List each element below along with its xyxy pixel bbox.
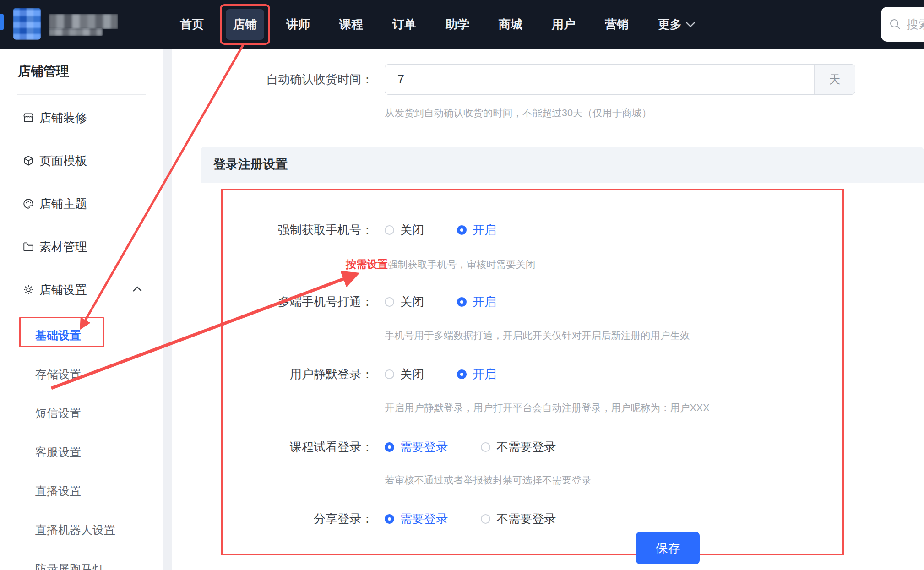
radio-option-label[interactable]: 开启 <box>473 222 496 238</box>
nav-item-4[interactable]: 课程 <box>332 9 370 40</box>
nav-item-2[interactable]: 店铺 <box>226 9 264 40</box>
setting-label-5: 分享登录： <box>174 511 373 527</box>
auto-confirm-time-label: 自动确认收货时间： <box>174 64 373 95</box>
sidebar-item-5[interactable]: 店铺设置 <box>0 268 163 311</box>
setting-label-3: 用户静默登录： <box>174 366 373 382</box>
nav-item-7[interactable]: 商城 <box>491 9 530 40</box>
main-navigation: 首页 店铺 讲师 课程 订单 助学 商城 用户 营销 更多 <box>173 9 703 40</box>
nav-item-label: 商城 <box>499 17 522 31</box>
radio-option-label[interactable]: 关闭 <box>400 294 424 310</box>
radio-unselected-icon[interactable] <box>481 442 490 452</box>
radio-option-2-1[interactable]: 关闭 <box>385 294 424 310</box>
radio-selected-icon[interactable] <box>457 225 467 235</box>
radio-option-1-1[interactable]: 关闭 <box>385 222 424 238</box>
setting-row-3: 用户静默登录：关闭开启 <box>174 363 496 385</box>
radio-option-4-2[interactable]: 不需要登录 <box>481 439 556 455</box>
sidebar-item-label: 店铺主题 <box>39 196 143 212</box>
radio-unselected-icon[interactable] <box>385 369 394 379</box>
nav-item-label: 订单 <box>392 17 416 31</box>
nav-item-label: 助学 <box>446 17 469 31</box>
radio-option-label[interactable]: 不需要登录 <box>496 439 556 455</box>
sidebar-subitem-6[interactable]: 直播机器人设置 <box>0 510 163 549</box>
radio-option-1-2[interactable]: 开启 <box>457 222 496 238</box>
sidebar-item-3[interactable]: 店铺主题 <box>0 182 163 225</box>
sidebar-subitem-1[interactable]: 基础设置 <box>0 316 163 355</box>
nav-item-9[interactable]: 营销 <box>598 9 636 40</box>
nav-item-8[interactable]: 用户 <box>544 9 583 40</box>
nav-item-label: 首页 <box>180 17 204 31</box>
helper-text: 手机号用于多端数据打通，开启此开关仅针对开启后新注册的用户生效 <box>385 330 690 341</box>
nav-item-6[interactable]: 助学 <box>438 9 477 40</box>
radio-dot <box>388 517 391 521</box>
radio-option-label[interactable]: 不需要登录 <box>496 511 556 527</box>
radio-group-2: 关闭开启 <box>385 294 496 310</box>
sidebar-subitem-5[interactable]: 直播设置 <box>0 472 163 510</box>
radio-group-4: 需要登录不需要登录 <box>385 439 556 455</box>
helper-text: 开启用户静默登录，用户打开平台会自动注册登录，用户昵称为：用户XXX <box>385 402 710 413</box>
radio-option-3-2[interactable]: 开启 <box>457 366 496 382</box>
nav-item-3[interactable]: 讲师 <box>279 9 317 40</box>
search-input[interactable]: 搜索 <box>881 7 924 42</box>
sidebar-item-2[interactable]: 页面模板 <box>0 139 163 182</box>
sidebar-subitem-3[interactable]: 短信设置 <box>0 394 163 433</box>
storefront-icon <box>22 112 34 124</box>
section-title: 登录注册设置 <box>213 147 924 183</box>
auto-confirm-time-input[interactable]: 7 天 <box>385 64 855 95</box>
nav-item-label: 营销 <box>605 17 629 31</box>
radio-option-label[interactable]: 开启 <box>473 294 496 310</box>
sidebar-title: 店铺管理 <box>18 63 163 80</box>
nav-item-5[interactable]: 订单 <box>385 9 424 40</box>
radio-option-4-1[interactable]: 需要登录 <box>385 439 448 455</box>
sidebar-menu: 店铺装修 页面模板 店铺主题 素材管理 店铺设置 <box>0 96 163 311</box>
nav-item-label: 课程 <box>339 17 363 31</box>
brand-subtext-blurred <box>49 28 103 36</box>
sidebar-subitem-4[interactable]: 客服设置 <box>0 433 163 472</box>
radio-unselected-icon[interactable] <box>385 297 394 307</box>
radio-option-label[interactable]: 关闭 <box>400 366 424 382</box>
theme-icon <box>22 198 34 210</box>
setting-helper-3: 开启用户静默登录，用户打开平台会自动注册登录，用户昵称为：用户XXX <box>385 400 710 416</box>
nav-item-1[interactable]: 首页 <box>173 9 211 40</box>
nav-item-more[interactable]: 更多 <box>651 9 703 40</box>
radio-dot <box>388 445 391 449</box>
radio-option-label[interactable]: 关闭 <box>400 222 424 238</box>
radio-selected-icon[interactable] <box>385 442 394 452</box>
helper-text: 强制获取手机号，审核时需要关闭 <box>388 259 536 270</box>
radio-option-2-2[interactable]: 开启 <box>457 294 496 310</box>
radio-option-label[interactable]: 需要登录 <box>400 439 448 455</box>
sidebar-item-label: 店铺装修 <box>39 110 143 126</box>
radio-option-label[interactable]: 开启 <box>473 366 496 382</box>
folder-icon <box>22 241 34 253</box>
template-icon <box>22 155 34 167</box>
sidebar-item-4[interactable]: 素材管理 <box>0 225 163 268</box>
sidebar-subitem-7[interactable]: 防录屏跑马灯 <box>0 549 163 570</box>
radio-option-3-1[interactable]: 关闭 <box>385 366 424 382</box>
pane-divider <box>163 49 172 570</box>
radio-selected-icon[interactable] <box>457 369 467 379</box>
radio-dot <box>460 228 463 232</box>
setting-helper-2: 手机号用于多端数据打通，开启此开关仅针对开启后新注册的用户生效 <box>385 328 690 343</box>
sidebar-subitem-2[interactable]: 存储设置 <box>0 355 163 394</box>
save-button[interactable]: 保存 <box>636 532 700 564</box>
sidebar-item-1[interactable]: 店铺装修 <box>0 96 163 139</box>
radio-group-1: 关闭开启 <box>385 222 496 238</box>
radio-option-5-2[interactable]: 不需要登录 <box>481 511 556 527</box>
nav-item-label: 店铺 <box>233 17 257 31</box>
setting-helper-1: 按需设置强制获取手机号，审核时需要关闭 <box>346 256 536 272</box>
app-logo[interactable] <box>13 8 41 40</box>
gear-icon <box>22 284 34 296</box>
radio-group-5: 需要登录不需要登录 <box>385 511 556 527</box>
setting-label-2: 多端手机号打通： <box>174 294 373 310</box>
setting-helper-4: 若审核不通过或者举报被封禁可选择不需要登录 <box>385 472 592 488</box>
radio-selected-icon[interactable] <box>457 297 467 307</box>
radio-option-5-1[interactable]: 需要登录 <box>385 511 448 527</box>
radio-unselected-icon[interactable] <box>481 514 490 524</box>
chevron-up-icon[interactable] <box>132 285 143 294</box>
login-register-section-header: 登录注册设置 <box>201 147 924 183</box>
brand-name-blurred <box>49 14 118 29</box>
auto-confirm-time-value: 7 <box>385 65 814 94</box>
top-navbar: 首页 店铺 讲师 课程 订单 助学 商城 用户 营销 更多 搜索 <box>0 0 924 49</box>
radio-unselected-icon[interactable] <box>385 225 394 235</box>
radio-option-label[interactable]: 需要登录 <box>400 511 448 527</box>
radio-selected-icon[interactable] <box>385 514 394 524</box>
